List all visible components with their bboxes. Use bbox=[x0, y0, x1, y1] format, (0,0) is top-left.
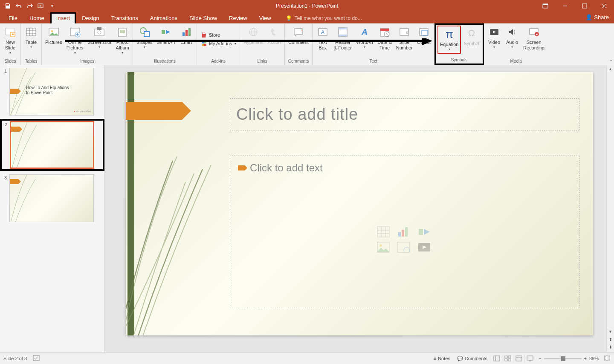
online-pictures-button[interactable]: Online Pictures bbox=[65, 24, 85, 56]
group-slides: ✦ New Slide Slides bbox=[0, 23, 21, 65]
notes-label: Notes bbox=[438, 356, 450, 361]
prev-slide-icon[interactable]: ⬆ bbox=[607, 335, 614, 343]
tab-insert[interactable]: Insert bbox=[50, 12, 76, 23]
fit-to-window-icon[interactable] bbox=[604, 355, 611, 362]
my-addins-button[interactable]: My Add-ins▾ bbox=[199, 40, 238, 47]
minimize-button[interactable] bbox=[555, 0, 575, 12]
action-button: Action bbox=[266, 24, 283, 46]
scroll-down-icon[interactable]: ▼ bbox=[607, 328, 614, 335]
tab-animations[interactable]: Animations bbox=[144, 13, 183, 23]
content-placeholder[interactable]: Click to add text bbox=[230, 156, 579, 308]
tab-file[interactable]: File bbox=[3, 13, 23, 23]
start-from-beginning-icon[interactable] bbox=[38, 3, 44, 9]
tab-design[interactable]: Design bbox=[76, 13, 105, 23]
zoom-controls: − + 89% bbox=[539, 355, 611, 362]
maximize-button[interactable] bbox=[575, 0, 594, 12]
normal-view-icon[interactable] bbox=[491, 354, 502, 363]
screenshot-button[interactable]: Screenshot bbox=[86, 24, 113, 51]
symbol-icon: Ω bbox=[465, 26, 478, 40]
screen-recording-button[interactable]: ●Screen Recording bbox=[521, 24, 546, 52]
tab-slideshow[interactable]: Slide Show bbox=[183, 13, 223, 23]
chart-label: Chart bbox=[180, 40, 192, 45]
collapse-ribbon-icon[interactable]: ⌃ bbox=[609, 59, 613, 64]
thumbnail-2[interactable]: 2 bbox=[2, 121, 103, 169]
svg-text:A: A bbox=[321, 29, 324, 35]
group-symbols: πEquation ΩSymbol Symbols bbox=[434, 23, 484, 65]
slide-sorter-view-icon[interactable] bbox=[502, 354, 513, 363]
tab-transitions[interactable]: Transitions bbox=[105, 13, 144, 23]
qat-customize-icon[interactable]: ▾ bbox=[49, 3, 55, 9]
redo-icon[interactable] bbox=[26, 3, 33, 9]
share-label: Share bbox=[594, 14, 609, 20]
title-placeholder-text: Click to add title bbox=[236, 105, 358, 124]
tell-me-search[interactable]: 💡 Tell me what you want to do... bbox=[286, 15, 362, 23]
group-text: AText Box Header & Footer AWordArt Date … bbox=[313, 23, 434, 65]
spell-check-icon[interactable] bbox=[33, 355, 40, 362]
vertical-scrollbar[interactable]: ▲ ▼ ⬆ ⬇ bbox=[606, 65, 614, 352]
tab-view[interactable]: View bbox=[253, 13, 277, 23]
dropdown-caret-icon bbox=[511, 45, 513, 50]
insert-pictures-icon[interactable] bbox=[377, 242, 390, 253]
smartart-label: SmartArt bbox=[156, 40, 175, 45]
photo-album-button[interactable]: Photo Album bbox=[114, 24, 131, 56]
dropdown-caret-icon bbox=[122, 51, 123, 55]
thumbnail-1[interactable]: 1 How To Add Equations In PowerPoint ● s… bbox=[2, 68, 103, 116]
zoom-slider[interactable] bbox=[544, 358, 582, 359]
tab-home[interactable]: Home bbox=[23, 13, 50, 23]
header-footer-button[interactable]: Header & Footer bbox=[332, 24, 353, 52]
zoom-in-button[interactable]: + bbox=[584, 356, 587, 361]
notes-button[interactable]: ≡Notes bbox=[430, 356, 454, 361]
svg-text:#: # bbox=[406, 30, 409, 35]
ribbon-display-options-icon[interactable] bbox=[536, 0, 555, 12]
insert-smartart-icon[interactable] bbox=[418, 226, 431, 237]
wordart-button[interactable]: AWordArt bbox=[354, 24, 375, 51]
slide-canvas[interactable]: Click to add title Click to add text bbox=[126, 72, 593, 335]
scroll-up-icon[interactable]: ▲ bbox=[607, 65, 614, 73]
insert-chart-icon[interactable] bbox=[397, 226, 410, 237]
equation-button[interactable]: πEquation bbox=[437, 26, 461, 54]
close-button[interactable] bbox=[594, 0, 614, 12]
online-pictures-icon bbox=[70, 25, 81, 39]
audio-button[interactable]: Audio bbox=[504, 24, 521, 51]
zoom-out-button[interactable]: − bbox=[539, 356, 541, 361]
slide-counter: Slide 2 of 3 bbox=[3, 356, 27, 361]
insert-table-icon[interactable] bbox=[377, 226, 390, 237]
slide-number-button[interactable]: #Slide Number bbox=[394, 24, 414, 52]
undo-icon[interactable] bbox=[15, 3, 22, 9]
window-title: Presentation1 - PowerPoint bbox=[276, 3, 338, 9]
thumbnail-3[interactable]: 3 bbox=[2, 174, 103, 222]
pictures-button[interactable]: Pictures bbox=[43, 24, 64, 46]
reading-view-icon[interactable] bbox=[513, 354, 524, 363]
shapes-button[interactable]: Shapes bbox=[135, 24, 154, 51]
text-box-button[interactable]: AText Box bbox=[314, 24, 331, 52]
new-slide-button[interactable]: ✦ New Slide bbox=[2, 24, 19, 56]
video-button[interactable]: Video bbox=[486, 24, 503, 51]
zoom-level[interactable]: 89% bbox=[589, 356, 599, 361]
comments-label: Comments bbox=[465, 356, 487, 361]
svg-text:A: A bbox=[361, 27, 368, 37]
comments-button[interactable]: 💬Comments bbox=[454, 356, 491, 361]
insert-online-pictures-icon[interactable] bbox=[397, 242, 410, 253]
screen-recording-label: Screen Recording bbox=[523, 40, 544, 51]
tab-review[interactable]: Review bbox=[223, 13, 253, 23]
status-bar: Slide 2 of 3 ≡Notes 💬Comments − + 89% bbox=[0, 352, 614, 364]
table-button[interactable]: Table bbox=[23, 24, 40, 51]
svg-text:✦: ✦ bbox=[11, 32, 14, 37]
object-button[interactable]: Object bbox=[415, 24, 432, 46]
share-button[interactable]: 👤 Share bbox=[585, 14, 609, 20]
comment-button[interactable]: +Comment bbox=[287, 24, 310, 46]
smartart-button[interactable]: SmartArt bbox=[155, 24, 177, 46]
next-slide-icon[interactable]: ⬇ bbox=[607, 343, 614, 351]
title-placeholder[interactable]: Click to add title bbox=[230, 98, 579, 130]
chart-button[interactable]: Chart bbox=[178, 24, 195, 46]
slideshow-view-icon[interactable] bbox=[524, 354, 535, 363]
insert-video-icon[interactable] bbox=[418, 242, 431, 253]
header-footer-icon bbox=[337, 25, 348, 39]
dropdown-caret-icon bbox=[449, 47, 450, 52]
date-time-button[interactable]: Date & Time bbox=[376, 24, 394, 52]
dropdown-caret-icon bbox=[493, 45, 495, 50]
svg-rect-49 bbox=[422, 30, 428, 35]
store-button[interactable]: Store bbox=[199, 31, 238, 39]
save-icon[interactable] bbox=[4, 3, 11, 9]
audio-icon bbox=[507, 25, 518, 39]
